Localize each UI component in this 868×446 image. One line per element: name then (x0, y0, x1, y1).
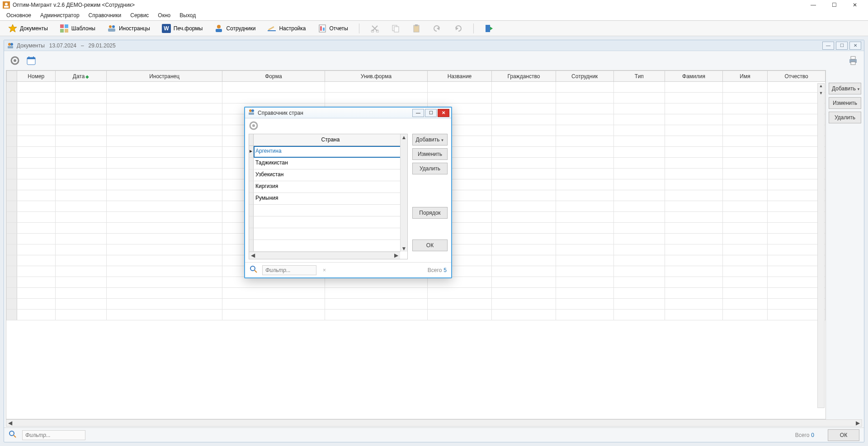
country-row[interactable]: Узбекистан (249, 169, 407, 181)
svg-rect-23 (394, 27, 399, 32)
edit-button[interactable]: Изменить (829, 97, 861, 109)
tb-copy[interactable] (388, 23, 403, 34)
calendar-button[interactable] (25, 54, 38, 67)
tb-printforms[interactable]: W Печ.формы (159, 23, 206, 34)
dialog-edit-button[interactable]: Изменить (412, 148, 448, 160)
col-8[interactable]: Тип (613, 71, 665, 82)
svg-point-13 (217, 25, 221, 28)
col-7[interactable]: Сотрудник (556, 71, 613, 82)
col-1[interactable]: Дата◆ (55, 71, 107, 82)
vertical-scrollbar[interactable]: ▲▼ (817, 83, 825, 408)
col-4[interactable]: Унив.форма (325, 71, 427, 82)
dialog-title: Справочник стран (258, 110, 303, 116)
country-row[interactable]: Киргизия (249, 181, 407, 193)
menu-refs[interactable]: Справочники (84, 11, 126, 20)
dialog-minimize[interactable]: — (412, 109, 424, 117)
paste-icon (412, 24, 421, 33)
svg-point-48 (252, 124, 255, 127)
col-6[interactable]: Гражданство (491, 71, 556, 82)
svg-rect-10 (108, 28, 115, 32)
tb-settings[interactable]: Настройка (264, 23, 308, 34)
child-maximize[interactable]: ☐ (836, 42, 848, 50)
dialog-order-button[interactable]: Порядок (412, 207, 448, 219)
country-row-empty (249, 228, 407, 240)
dialog-add-button[interactable]: Добавить▼ (412, 134, 448, 146)
tb-documents-label: Документы (20, 25, 48, 32)
tb-foreigners[interactable]: Иностранцы (104, 23, 153, 34)
svg-rect-24 (414, 25, 419, 32)
toolbar-separator (473, 23, 474, 33)
dialog-maximize[interactable]: ☐ (425, 109, 437, 117)
documents-date-to: 29.01.2025 (89, 42, 116, 49)
col-10[interactable]: Имя (722, 71, 767, 82)
col-3[interactable]: Форма (222, 71, 325, 82)
menubar: Основное Администратор Справочники Серви… (0, 10, 868, 21)
tb-undo[interactable] (430, 23, 444, 34)
col-0[interactable]: Номер (17, 71, 55, 82)
svg-rect-14 (216, 29, 222, 32)
svg-rect-28 (486, 25, 490, 32)
menu-exit[interactable]: Выход (175, 11, 200, 20)
country-row-empty (249, 240, 407, 252)
child-minimize[interactable]: — (822, 42, 834, 50)
col-11[interactable]: Отчество (768, 71, 826, 82)
country-row-empty (249, 216, 407, 228)
undo-icon (433, 24, 442, 33)
dialog-hscrollbar[interactable]: ◀▶ (249, 252, 400, 259)
close-button[interactable]: ✕ (844, 0, 865, 10)
dialog-delete-button[interactable]: Удалить (412, 163, 448, 174)
country-row[interactable]: Аргентина (249, 146, 407, 158)
dialog-filter-input[interactable] (262, 265, 316, 275)
delete-button[interactable]: Удалить (829, 112, 861, 123)
svg-point-31 (10, 43, 13, 46)
svg-rect-6 (60, 29, 64, 33)
tb-exit[interactable] (482, 23, 496, 34)
tb-reports[interactable]: Отчеты (315, 23, 351, 34)
menu-window[interactable]: Окно (153, 11, 175, 20)
filter-clear[interactable]: × (323, 267, 326, 273)
documents-titlebar: Документы 13.07.2024 – 29.01.2025 — ☐ ✕ (4, 40, 864, 51)
menu-admin[interactable]: Администратор (36, 11, 84, 20)
gear-button[interactable] (9, 54, 21, 67)
gear-icon[interactable] (249, 121, 259, 132)
print-button[interactable] (847, 54, 859, 67)
dialog-close[interactable]: ✕ (438, 109, 449, 117)
tb-reports-label: Отчеты (330, 25, 348, 32)
ok-button[interactable]: ОК (828, 429, 859, 441)
dialog-ok-button[interactable]: ОК (412, 239, 448, 251)
country-row[interactable]: Таджикистан (249, 158, 407, 169)
report-icon (318, 24, 327, 33)
filter-input[interactable] (22, 430, 85, 440)
documents-title: Документы (17, 42, 45, 49)
dialog-column-header[interactable]: Страна (254, 134, 407, 146)
dialog-total: Всего5 (428, 267, 447, 273)
add-button[interactable]: Добавить▼ (829, 83, 861, 94)
svg-marker-27 (456, 27, 458, 30)
copy-icon (391, 24, 400, 33)
dialog-titlebar[interactable]: Справочник стран — ☐ ✕ (245, 108, 451, 118)
dialog-grid[interactable]: Страна АргентинаТаджикистанУзбекистанКир… (249, 134, 408, 259)
country-row[interactable]: Румыния (249, 193, 407, 205)
horizontal-scrollbar[interactable]: ◀▶ (6, 419, 862, 427)
svg-line-50 (255, 270, 257, 272)
user-icon (214, 24, 223, 33)
menu-main[interactable]: Основное (2, 11, 36, 20)
tb-templates[interactable]: Шаблоны (57, 23, 98, 34)
svg-rect-7 (65, 29, 68, 33)
svg-rect-46 (249, 113, 254, 115)
col-2[interactable]: Иностранец (107, 71, 222, 82)
minimize-button[interactable]: — (803, 0, 824, 10)
tb-paste[interactable] (409, 23, 424, 34)
dash: – (81, 42, 84, 49)
child-close[interactable]: ✕ (849, 42, 861, 50)
tb-employees[interactable]: Сотрудники (212, 23, 258, 34)
col-9[interactable]: Фамилия (665, 71, 723, 82)
word-icon: W (162, 24, 171, 33)
menu-service[interactable]: Сервис (126, 11, 153, 20)
tb-cut[interactable] (368, 23, 382, 34)
dialog-vscrollbar[interactable]: ▲▼ (400, 134, 407, 252)
maximize-button[interactable]: ☐ (824, 0, 844, 10)
tb-redo[interactable] (451, 23, 465, 34)
col-5[interactable]: Название (428, 71, 492, 82)
tb-documents[interactable]: Документы (5, 23, 51, 34)
